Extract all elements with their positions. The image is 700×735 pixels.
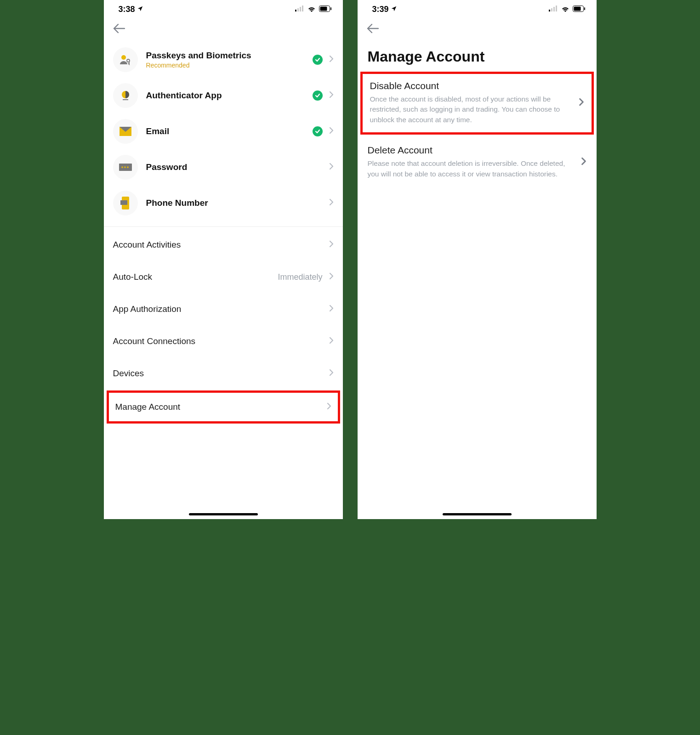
passkey-icon	[113, 47, 138, 72]
home-indicator[interactable]	[443, 513, 512, 515]
svg-rect-2	[300, 7, 301, 11]
svg-rect-1	[297, 8, 299, 11]
back-arrow-icon[interactable]	[367, 23, 379, 35]
location-icon	[137, 5, 143, 14]
row-title: Passkeys and Biometrics	[146, 51, 304, 61]
chevron-right-icon	[329, 127, 334, 136]
svg-rect-23	[574, 7, 580, 11]
recommended-badge: Recommended	[146, 62, 304, 69]
authenticator-icon	[113, 83, 138, 108]
check-icon	[313, 126, 323, 136]
svg-rect-18	[549, 10, 550, 11]
chevron-right-icon	[329, 240, 334, 249]
home-indicator[interactable]	[189, 513, 258, 515]
right-screenshot: 3:39 Manage Account Disable Account	[358, 0, 597, 519]
row-label: Account Connections	[113, 336, 196, 346]
row-email[interactable]: Email	[104, 113, 343, 149]
row-auto-lock[interactable]: Auto-Lock Immediately	[104, 261, 343, 293]
row-title: Email	[146, 126, 304, 136]
chevron-right-icon	[329, 91, 334, 100]
chevron-right-icon	[327, 402, 331, 412]
left-screenshot: 3:38 Passkeys and	[104, 0, 343, 519]
svg-rect-17	[120, 200, 127, 205]
row-label: Auto-Lock	[113, 272, 153, 282]
status-bar: 3:39	[358, 0, 597, 17]
row-devices[interactable]: Devices	[104, 357, 343, 390]
row-authenticator-app[interactable]: Authenticator App	[104, 78, 343, 113]
signal-icon	[549, 5, 558, 14]
row-label: Account Activities	[113, 240, 181, 250]
row-label: App Authorization	[113, 304, 182, 314]
location-icon	[391, 5, 397, 14]
card-title: Delete Account	[368, 145, 575, 156]
row-value: Immediately	[278, 272, 322, 282]
status-time: 3:38	[119, 5, 135, 14]
chevron-right-icon	[329, 272, 334, 282]
security-methods-list: Passkeys and Biometrics Recommended Auth…	[104, 39, 343, 221]
wifi-icon	[307, 5, 316, 14]
chevron-right-icon	[329, 369, 334, 378]
highlight-disable-account: Disable Account Once the account is disa…	[360, 72, 594, 135]
card-title: Disable Account	[370, 80, 573, 91]
svg-point-7	[121, 55, 126, 60]
svg-rect-0	[295, 10, 296, 11]
row-phone-number[interactable]: Phone Number	[104, 185, 343, 221]
email-icon	[113, 119, 138, 144]
card-disable-account[interactable]: Disable Account Once the account is disa…	[370, 80, 584, 125]
row-title: Phone Number	[146, 198, 321, 208]
check-icon	[313, 55, 323, 65]
svg-rect-3	[302, 6, 303, 11]
status-bar: 3:38	[104, 0, 343, 17]
signal-icon	[295, 5, 304, 14]
password-icon	[113, 155, 138, 180]
status-time: 3:39	[372, 5, 389, 14]
highlight-manage-account: Manage Account	[107, 390, 340, 424]
row-app-authorization[interactable]: App Authorization	[104, 293, 343, 325]
account-settings-list: Account Activities Auto-Lock Immediately…	[104, 227, 343, 424]
svg-rect-6	[330, 7, 331, 10]
row-label: Manage Account	[115, 402, 181, 412]
row-label: Devices	[113, 368, 144, 379]
battery-icon	[319, 5, 332, 14]
page-title: Manage Account	[358, 39, 597, 70]
row-account-connections[interactable]: Account Connections	[104, 325, 343, 357]
row-title: Password	[146, 162, 321, 172]
svg-rect-19	[551, 8, 552, 11]
phone-icon	[113, 191, 138, 215]
chevron-right-icon	[329, 337, 334, 346]
svg-rect-10	[123, 99, 128, 100]
row-manage-account[interactable]: Manage Account	[109, 393, 338, 421]
chevron-right-icon	[329, 55, 334, 64]
wifi-icon	[561, 5, 570, 14]
chevron-right-icon	[329, 163, 334, 172]
chevron-right-icon	[329, 305, 334, 314]
svg-point-13	[121, 166, 123, 168]
svg-point-15	[127, 166, 129, 168]
svg-rect-21	[556, 6, 557, 11]
row-password[interactable]: Password	[104, 149, 343, 185]
svg-rect-5	[320, 7, 327, 11]
chevron-right-icon	[579, 98, 584, 108]
check-icon	[313, 90, 323, 101]
svg-point-14	[124, 166, 126, 168]
battery-icon	[573, 5, 586, 14]
card-desc: Once the account is disabled, most of yo…	[370, 94, 573, 125]
chevron-right-icon	[329, 198, 334, 208]
svg-rect-24	[584, 7, 585, 10]
row-title: Authenticator App	[146, 90, 304, 101]
card-desc: Please note that account deletion is irr…	[368, 158, 575, 179]
chevron-right-icon	[581, 157, 586, 167]
svg-rect-20	[553, 7, 555, 11]
row-passkeys-biometrics[interactable]: Passkeys and Biometrics Recommended	[104, 42, 343, 78]
card-delete-account[interactable]: Delete Account Please note that account …	[358, 136, 597, 187]
row-account-activities[interactable]: Account Activities	[104, 229, 343, 261]
back-arrow-icon[interactable]	[113, 23, 125, 35]
